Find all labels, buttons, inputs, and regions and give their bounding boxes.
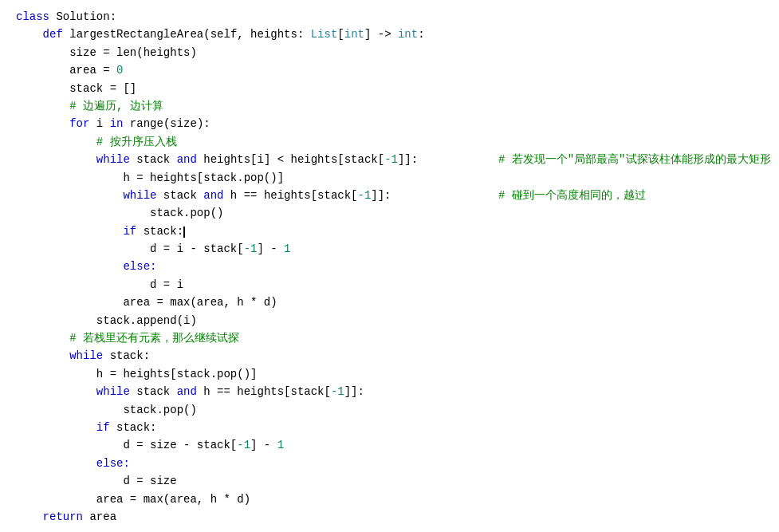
- token-var: h == heights[stack[: [197, 385, 331, 398]
- token-var: size = len(heights): [69, 46, 197, 59]
- token-var: h = heights[stack.pop()]: [96, 368, 258, 380]
- token-var: ]]:: [398, 153, 498, 166]
- token-var: d = i: [150, 278, 183, 291]
- token-var: :: [418, 28, 424, 41]
- token-kw: def: [43, 28, 63, 41]
- line-content: while stack and h == heights[stack[-1]]:…: [0, 187, 779, 204]
- token-kw: else:: [96, 457, 130, 470]
- token-kw: and: [177, 153, 197, 166]
- code-line: stack.pop(): [0, 204, 779, 222]
- token-var: i: [89, 117, 109, 130]
- line-content: return area: [0, 508, 779, 526]
- token-var: stack:: [136, 225, 183, 238]
- line-content: while stack and heights[i] < heights[sta…: [0, 151, 779, 168]
- token-comment: # 边遍历, 边计算: [69, 100, 163, 112]
- code-line: d = size: [0, 472, 779, 490]
- token-neg: -1: [331, 385, 344, 398]
- code-line: while stack:: [0, 347, 779, 365]
- token-var: area: [83, 510, 116, 523]
- token-var: stack:: [103, 349, 150, 362]
- token-var: area = max(area, h * d): [96, 493, 250, 506]
- code-line: if stack:: [0, 419, 779, 436]
- token-var: ] -: [250, 439, 277, 451]
- text-cursor: [183, 227, 185, 238]
- token-var: stack:: [110, 421, 157, 434]
- token-kw: class: [16, 10, 49, 23]
- token-neg: -1: [384, 153, 398, 166]
- line-content: stack = []: [0, 80, 779, 97]
- line-content: def largestRectangleArea(self, heights: …: [0, 26, 779, 43]
- code-line: while stack and h == heights[stack[-1]]:…: [0, 187, 779, 204]
- token-neg: -1: [244, 242, 258, 255]
- token-kw: while: [96, 385, 130, 398]
- code-line: while stack and h == heights[stack[-1]]:: [0, 383, 779, 400]
- token-var: ] -: [257, 242, 284, 255]
- token-var: stack.pop(): [123, 404, 196, 416]
- line-content: while stack:: [0, 347, 779, 365]
- token-var: [: [337, 28, 344, 41]
- token-var: h = heights[stack.pop()]: [123, 171, 284, 184]
- token-kw: if: [123, 225, 136, 238]
- token-var: stack: [130, 385, 177, 398]
- line-content: else:: [0, 455, 779, 472]
- line-content: d = size: [0, 472, 779, 490]
- line-content: area = max(area, h * d): [0, 294, 779, 311]
- token-kw: return: [43, 510, 83, 523]
- token-num: 1: [277, 439, 284, 451]
- token-neg: -1: [237, 439, 250, 451]
- code-line: # 按升序压入栈: [0, 133, 779, 151]
- code-line: d = i: [0, 276, 779, 294]
- code-line: area = max(area, h * d): [0, 294, 779, 311]
- token-var: range(size):: [123, 117, 210, 130]
- line-content: # 边遍历, 边计算: [0, 97, 779, 115]
- code-line: while stack and heights[i] < heights[sta…: [0, 151, 779, 168]
- line-content: if stack:: [0, 419, 779, 436]
- code-line: else:: [0, 258, 779, 275]
- line-content: else:: [0, 258, 779, 275]
- code-line: else:: [0, 455, 779, 472]
- token-kw: and: [203, 189, 223, 202]
- code-line: d = size - stack[-1] - 1: [0, 436, 779, 454]
- code-line: h = heights[stack.pop()]: [0, 365, 779, 383]
- line-content: area = 0: [0, 61, 779, 79]
- token-var: d = i - stack[: [150, 242, 244, 255]
- token-var: heights[i] < heights[stack[: [197, 153, 384, 166]
- code-line: stack.pop(): [0, 401, 779, 419]
- token-kw: while: [69, 349, 103, 362]
- code-line: for i in range(size):: [0, 115, 779, 132]
- token-type: int: [398, 28, 418, 41]
- line-content: stack.pop(): [0, 204, 779, 222]
- token-var: Solution:: [49, 10, 116, 23]
- token-var: largestRectangleArea(: [63, 28, 210, 41]
- token-kw: while: [96, 153, 130, 166]
- token-var: heights: [250, 28, 297, 41]
- token-var: ]]:: [371, 189, 498, 202]
- code-line: d = i - stack[-1] - 1: [0, 240, 779, 258]
- line-content: for i in range(size):: [0, 115, 779, 132]
- line-content: size = len(heights): [0, 44, 779, 61]
- token-var: stack.append(i): [96, 314, 197, 327]
- token-kw: for: [69, 117, 89, 130]
- token-neg: -1: [358, 189, 372, 202]
- line-content: if stack:: [0, 223, 779, 240]
- code-line: if stack:: [0, 223, 779, 240]
- token-var: ] ->: [364, 28, 398, 41]
- token-comment: # 若栈里还有元素，那么继续试探: [69, 332, 239, 345]
- code-line: stack.append(i): [0, 312, 779, 329]
- code-line: area = max(area, h * d): [0, 491, 779, 508]
- token-kw: if: [96, 421, 110, 434]
- line-content: h = heights[stack.pop()]: [0, 169, 779, 187]
- token-var: stack: [130, 153, 177, 166]
- code-line: # 边遍历, 边计算: [0, 97, 779, 115]
- code-line: h = heights[stack.pop()]: [0, 169, 779, 187]
- code-container: class Solution: def largestRectangleArea…: [0, 0, 779, 532]
- token-var: stack = []: [69, 82, 136, 95]
- token-var: :: [297, 28, 311, 41]
- line-content: # 按升序压入栈: [0, 133, 779, 151]
- token-var: h == heights[stack[: [223, 189, 357, 202]
- code-block: class Solution: def largestRectangleArea…: [0, 8, 779, 526]
- code-line: # 若栈里还有元素，那么继续试探: [0, 329, 779, 347]
- token-type: List: [311, 28, 338, 41]
- code-line: area = 0: [0, 61, 779, 79]
- token-var: ]]:: [344, 385, 364, 398]
